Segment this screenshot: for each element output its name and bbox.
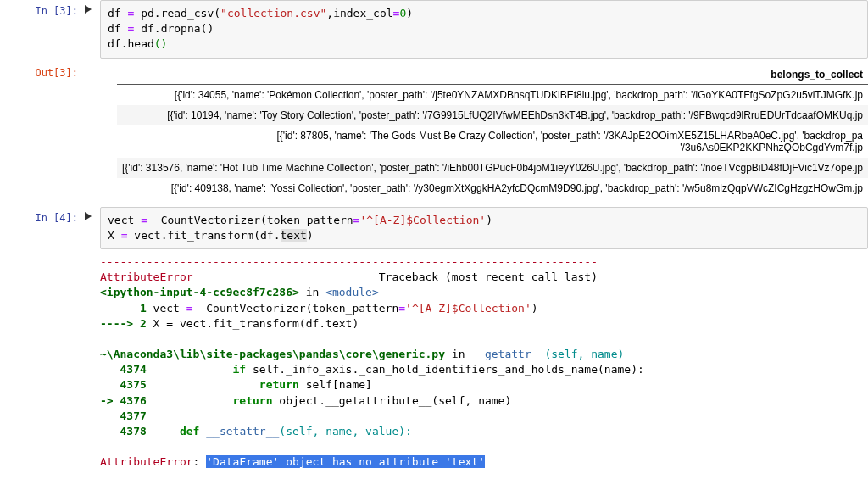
- tb-code: token_pattern: [312, 302, 398, 315]
- table-row: [{'id': 409138, 'name': 'Yossi Collectio…: [117, 178, 868, 198]
- code-token: read_csv: [161, 7, 214, 20]
- code-token: .: [154, 22, 161, 35]
- tb-keyword: return: [259, 378, 299, 391]
- prompt-out-3: Out[3]:: [0, 62, 85, 198]
- code-token: (: [214, 7, 220, 20]
- out-spacer: [85, 62, 100, 198]
- tb-separator: ----------------------------------------…: [100, 255, 598, 268]
- tb-arrow: ---->: [100, 317, 140, 330]
- tb-lineno: 1: [100, 302, 147, 315]
- table-row: [{'id': 34055, 'name': 'Pokémon Collecti…: [117, 84, 868, 105]
- tb-error-name: AttributeError: [100, 455, 193, 468]
- tb-code: CountVectorizer: [206, 302, 305, 315]
- tb-lineno: 4376: [120, 394, 146, 407]
- code-token: fit_transform: [167, 229, 253, 242]
- tb-lineno: 4378: [100, 425, 147, 438]
- tb-header-tail: Traceback (most recent call last): [193, 270, 598, 283]
- tb-code: self._info_axis._can_hold_identifiers_an…: [246, 363, 644, 376]
- df-cell: [{'id': 10194, 'name': 'Toy Story Collec…: [117, 105, 868, 125]
- tb-code: ): [531, 302, 538, 315]
- code-token: df: [108, 37, 121, 50]
- code-token: CountVectorizer: [161, 214, 260, 226]
- tb-location: <ipython-input-4-cc9ec8f7c286>: [100, 286, 299, 298]
- tb-code: (self, name, value):: [279, 425, 412, 438]
- code-token: ): [486, 214, 492, 226]
- code-token: vect: [108, 214, 141, 226]
- tb-code: [147, 425, 180, 438]
- tb-args: (self, name): [544, 348, 624, 360]
- code-input-area-3[interactable]: df = pd.read_csv("collection.csv",index_…: [100, 0, 868, 59]
- tb-code: '^[A-Z]$Collection': [405, 302, 531, 315]
- code-token: '^[A-Z]$Collection': [359, 214, 486, 226]
- table-row: [{'id': 10194, 'name': 'Toy Story Collec…: [117, 105, 868, 125]
- tb-code: =: [398, 302, 405, 315]
- code-token: df: [108, 7, 127, 20]
- tb-code: X = vect.fit_transform(df.text): [147, 317, 359, 330]
- dataframe-scroll[interactable]: belongs_to_collect [{'id': 34055, 'name'…: [100, 65, 868, 198]
- code-token: "collection.csv": [220, 7, 326, 20]
- code-token: dropna: [161, 22, 201, 35]
- df-cell: [{'id': 34055, 'name': 'Pokémon Collecti…: [117, 84, 868, 105]
- prompt-in-4: In [4]:: [0, 207, 85, 471]
- tb-lineno: 4375: [100, 378, 147, 391]
- tb-lineno: 2: [140, 317, 147, 330]
- output-area-3: belongs_to_collect [{'id': 34055, 'name'…: [100, 62, 868, 198]
- tb-lineno: 4374: [100, 363, 147, 376]
- code-token: ,index_col: [326, 7, 392, 20]
- output-cell-3: Out[3]: belongs_to_collect [{'id': 34055…: [0, 62, 868, 198]
- tb-lineno: 4377: [100, 410, 147, 422]
- tb-keyword: return: [233, 394, 273, 407]
- df-cell: [{'id': 87805, 'name': 'The Gods Must Be…: [117, 125, 868, 158]
- code-token: ): [307, 229, 314, 242]
- tb-keyword: def: [180, 425, 199, 438]
- code-token: X: [108, 229, 121, 242]
- code-token: pd: [134, 7, 153, 20]
- tb-colon: :: [193, 455, 207, 468]
- tb-funcname: __getattr__: [471, 348, 544, 360]
- tb-error-name: AttributeError: [100, 270, 193, 283]
- tb-code: __setattr__: [199, 425, 279, 438]
- code-token: df: [134, 22, 153, 35]
- df-cell: [{'id': 409138, 'name': 'Yossi Collectio…: [117, 178, 868, 198]
- df-col-header: belongs_to_collect: [117, 65, 868, 85]
- run-cell-4[interactable]: [85, 207, 100, 471]
- tb-code: self[name]: [299, 378, 372, 391]
- code-token: [147, 214, 161, 226]
- table-row: [{'id': 313576, 'name': 'Hot Tub Time Ma…: [117, 158, 868, 178]
- tb-code: object.__getattribute__(self, name): [273, 394, 512, 407]
- traceback-output: ----------------------------------------…: [100, 254, 868, 471]
- tb-in: in: [445, 348, 471, 360]
- tb-error-message: 'DataFrame' object has no attribute 'tex…: [206, 455, 485, 468]
- code-token: ): [406, 7, 413, 20]
- play-icon: [85, 212, 92, 220]
- tb-code: [193, 302, 207, 315]
- code-token: df: [108, 22, 127, 35]
- code-token: token_pattern: [267, 214, 353, 226]
- code-token: text: [281, 229, 307, 242]
- play-icon: [85, 5, 92, 14]
- code-token: (: [260, 214, 267, 226]
- tb-code: [147, 394, 233, 407]
- prompt-in-3: In [3]:: [0, 0, 85, 59]
- code-cell-3: In [3]: df = pd.read_csv("collection.csv…: [0, 0, 868, 59]
- tb-code: vect: [147, 302, 186, 315]
- tb-arrow: ->: [100, 394, 120, 407]
- code-token: (): [201, 22, 214, 35]
- code-token: vect: [127, 229, 160, 242]
- tb-filepath: ~\Anaconda3\lib\site-packages\pandas\cor…: [100, 348, 445, 360]
- code-token: (: [253, 229, 260, 242]
- code-token: df: [260, 229, 274, 242]
- dataframe-table: belongs_to_collect [{'id': 34055, 'name'…: [117, 65, 868, 198]
- tb-in: in: [299, 286, 326, 298]
- code-token: =: [141, 214, 147, 226]
- tb-module: <module>: [326, 286, 379, 298]
- code-token: head: [127, 37, 153, 50]
- tb-code: [147, 378, 259, 391]
- tb-code: [147, 363, 233, 376]
- code-cell-4: In [4]: vect = CountVectorizer(token_pat…: [0, 207, 868, 471]
- code-token: .: [154, 7, 161, 20]
- run-cell-3[interactable]: [85, 0, 100, 59]
- code-input-area-4[interactable]: vect = CountVectorizer(token_pattern='^[…: [100, 207, 868, 471]
- code-token: (): [154, 37, 168, 50]
- df-cell: [{'id': 313576, 'name': 'Hot Tub Time Ma…: [117, 158, 868, 178]
